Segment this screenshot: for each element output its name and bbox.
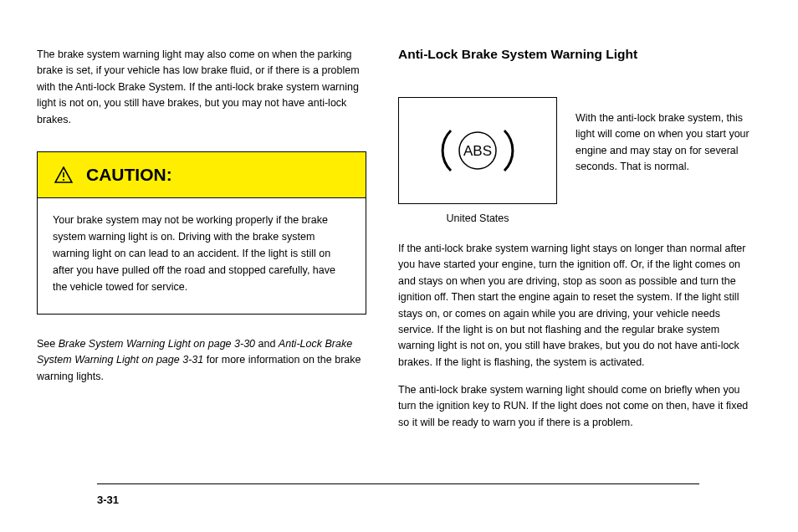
tail-ref-a: Brake System Warning Light on page 3-30 bbox=[59, 338, 255, 350]
abs-body-paragraphs: If the anti-lock brake system warning li… bbox=[398, 241, 758, 431]
left-tail-paragraph: See Brake System Warning Light on page 3… bbox=[37, 336, 371, 385]
caution-body-text: Your brake system may not be working pro… bbox=[38, 198, 366, 314]
left-intro-paragraph: The brake system warning light may also … bbox=[37, 47, 371, 128]
caution-title: CAUTION: bbox=[86, 165, 172, 185]
svg-text:ABS: ABS bbox=[463, 143, 492, 159]
footer-rule bbox=[97, 483, 699, 484]
caution-box: CAUTION: Your brake system may not be wo… bbox=[37, 151, 366, 315]
abs-caption: United States bbox=[398, 212, 557, 224]
left-column: The brake system warning light may also … bbox=[37, 47, 371, 385]
tail-see-word: See bbox=[37, 338, 59, 350]
caution-header: CAUTION: bbox=[38, 152, 366, 198]
abs-para-1: If the anti-lock brake system warning li… bbox=[398, 241, 758, 371]
abs-figure-row: ABS United States With the anti-lock bra… bbox=[398, 102, 758, 241]
abs-indicator-icon: ABS bbox=[398, 97, 557, 204]
warning-triangle-icon bbox=[54, 166, 73, 183]
abs-header-paragraph: With the anti-lock brake system, this li… bbox=[575, 110, 751, 176]
tail-and-word: and bbox=[255, 338, 279, 350]
page-number: 3-31 bbox=[97, 494, 119, 506]
manual-page: The brake system warning light may also … bbox=[0, 0, 798, 532]
abs-figure-block: ABS United States bbox=[398, 102, 557, 241]
right-column: Anti-Lock Brake System Warning Light ABS… bbox=[398, 102, 758, 442]
svg-point-2 bbox=[63, 179, 64, 181]
abs-heading: Anti-Lock Brake System Warning Light bbox=[398, 47, 758, 62]
abs-para-2: The anti-lock brake system warning light… bbox=[398, 382, 758, 431]
